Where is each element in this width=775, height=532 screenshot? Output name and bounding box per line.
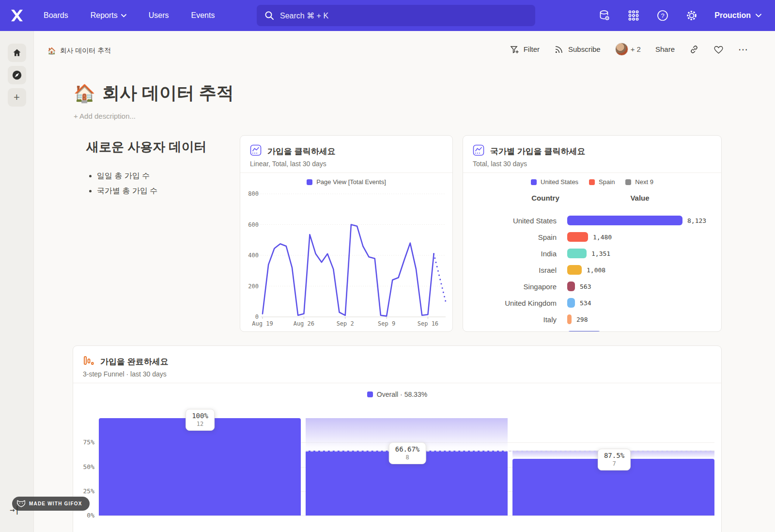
create-board-button[interactable]: + bbox=[8, 88, 26, 107]
plus-icon: + bbox=[14, 92, 20, 103]
previous-step-dashed-line bbox=[306, 451, 714, 452]
explore-button[interactable] bbox=[8, 66, 26, 84]
svg-text:Sep 16: Sep 16 bbox=[418, 320, 438, 327]
country-chart-card[interactable]: 국가별 가입을 클릭하세요 Total, last 30 days United… bbox=[463, 135, 722, 332]
search-placeholder: Search ⌘ + K bbox=[280, 11, 328, 20]
column-header-country: Country bbox=[512, 194, 579, 202]
legend-spain[interactable]: Spain bbox=[589, 178, 615, 186]
board-emoji: 🏠 bbox=[47, 47, 56, 55]
funnel-tooltip-step2: 66.67% 8 bbox=[389, 442, 426, 464]
funnel-chart-card[interactable]: 가입을 완료하세요 3-step Funnel · last 30 days O… bbox=[73, 345, 722, 532]
nav-item-users[interactable]: Users bbox=[149, 11, 169, 20]
legend-swatch bbox=[625, 179, 631, 185]
table-row[interactable]: United States 8,123 bbox=[463, 212, 721, 229]
more-options-button[interactable]: ⋯ bbox=[738, 47, 749, 52]
text-widget: 새로운 사용자 데이터 일일 총 가입 수 국가별 총 가입 수 bbox=[86, 139, 236, 201]
breadcrumb[interactable]: 🏠 회사 데이터 추적 bbox=[47, 47, 111, 55]
country-card-subtitle: Total, last 30 days bbox=[473, 160, 527, 168]
bar-israel bbox=[567, 265, 582, 275]
share-button[interactable]: Share bbox=[655, 45, 675, 53]
country-card-title: 국가별 가입을 클릭하세요 bbox=[490, 146, 585, 157]
search-icon bbox=[264, 11, 274, 20]
legend-swatch bbox=[531, 179, 537, 185]
left-sidebar: + bbox=[0, 31, 34, 532]
legend-swatch bbox=[307, 179, 312, 185]
column-header-value: Value bbox=[604, 194, 676, 202]
link-icon bbox=[689, 45, 699, 54]
home-button[interactable] bbox=[8, 44, 26, 62]
svg-text:600: 600 bbox=[248, 221, 259, 228]
svg-text:0: 0 bbox=[255, 313, 259, 320]
collaborator-count: + 2 bbox=[631, 45, 641, 53]
bar-united-kingdom bbox=[567, 298, 575, 308]
copy-link-button[interactable] bbox=[689, 45, 699, 54]
line-card-title: 가입을 클릭하세요 bbox=[267, 146, 336, 157]
line-card-subtitle: Linear, Total, last 30 days bbox=[250, 160, 326, 168]
compass-icon bbox=[12, 70, 22, 80]
table-row[interactable]: India 1,351 bbox=[463, 245, 721, 262]
bar-spain bbox=[567, 232, 588, 242]
add-description-button[interactable]: + Add description... bbox=[74, 112, 234, 120]
chevron-down-icon bbox=[121, 14, 126, 17]
svg-text:Sep 9: Sep 9 bbox=[378, 320, 395, 327]
bar-singapore bbox=[567, 282, 575, 291]
chevron-down-icon bbox=[756, 14, 761, 17]
text-widget-heading: 새로운 사용자 데이터 bbox=[86, 139, 236, 156]
help-icon[interactable]: ? bbox=[656, 9, 669, 22]
line-chart-plot[interactable]: 0200400600800Aug 19Aug 26Sep 2Sep 9Sep 1… bbox=[240, 188, 453, 331]
funnel-card-subtitle: 3-step Funnel · last 30 days bbox=[83, 370, 167, 378]
legend-next-9[interactable]: Next 9 bbox=[625, 178, 653, 186]
funnel-bar-step1[interactable] bbox=[99, 418, 301, 516]
page-title: 🏠 회사 데이터 추적 bbox=[74, 81, 234, 105]
filter-icon bbox=[510, 45, 519, 54]
table-row[interactable]: Singapore 563 bbox=[463, 278, 721, 295]
text-widget-bullet: 국가별 총 가입 수 bbox=[97, 186, 236, 196]
bar-united-states bbox=[567, 216, 682, 225]
table-row[interactable]: Israel 1,008 bbox=[463, 262, 721, 278]
gifox-badge: MADE WITH GIFOX bbox=[12, 497, 90, 511]
home-icon bbox=[12, 48, 22, 58]
svg-text:Sep 2: Sep 2 bbox=[337, 320, 354, 327]
svg-text:Aug 19: Aug 19 bbox=[252, 320, 273, 327]
heart-icon bbox=[713, 45, 724, 54]
legend-page-view[interactable]: Page View [Total Events] bbox=[307, 178, 386, 186]
table-row[interactable]: United Kingdom 534 bbox=[463, 295, 721, 311]
funnel-card-title: 가입을 완료하세요 bbox=[100, 356, 169, 367]
table-row[interactable]: Italy 298 bbox=[463, 311, 721, 328]
apps-grid-icon[interactable] bbox=[627, 9, 640, 22]
subscribe-button[interactable]: Subscribe bbox=[554, 45, 601, 54]
collapse-sidebar-icon[interactable]: →| bbox=[10, 505, 19, 515]
nav-item-reports[interactable]: Reports bbox=[91, 11, 126, 20]
data-management-icon[interactable] bbox=[598, 9, 611, 22]
rss-icon bbox=[554, 45, 564, 54]
collaborators[interactable]: + 2 bbox=[615, 43, 641, 56]
gifox-badge-label: MADE WITH GIFOX bbox=[29, 501, 82, 506]
legend-swatch bbox=[589, 179, 595, 185]
legend-swatch bbox=[367, 391, 373, 397]
search-input[interactable]: Search ⌘ + K bbox=[257, 5, 535, 26]
favorite-button[interactable] bbox=[713, 45, 724, 54]
nav-item-boards[interactable]: Boards bbox=[44, 11, 68, 20]
project-switcher[interactable]: Prouction bbox=[714, 11, 761, 20]
top-nav: Boards Reports Users Events Search ⌘ + K bbox=[0, 0, 775, 31]
svg-text:200: 200 bbox=[248, 283, 259, 290]
country-rows: United States 8,123 Spain 1,480 India 1,… bbox=[463, 212, 721, 328]
line-chart-icon bbox=[473, 144, 484, 156]
board-toolbar: Filter Subscribe + 2 Share ⋯ bbox=[510, 43, 749, 56]
table-row[interactable]: Spain 1,480 bbox=[463, 229, 721, 245]
bar-india bbox=[567, 249, 587, 258]
funnel-tooltip-step3: 87.5% 7 bbox=[598, 449, 631, 470]
legend-overall[interactable]: Overall · 58.33% bbox=[367, 391, 427, 398]
legend-united-states[interactable]: United States bbox=[531, 178, 578, 186]
svg-text:400: 400 bbox=[248, 252, 259, 259]
settings-gear-icon[interactable] bbox=[685, 9, 698, 22]
line-chart-card[interactable]: 가입을 클릭하세요 Linear, Total, last 30 days Pa… bbox=[240, 135, 453, 332]
mixpanel-logo-icon[interactable] bbox=[10, 8, 24, 23]
filter-button[interactable]: Filter bbox=[510, 45, 540, 54]
svg-text:?: ? bbox=[661, 12, 665, 19]
text-widget-bullet: 일일 총 가입 수 bbox=[97, 171, 236, 181]
funnel-chart-icon bbox=[83, 355, 94, 366]
nav-item-events[interactable]: Events bbox=[191, 11, 215, 20]
svg-text:Aug 26: Aug 26 bbox=[294, 320, 314, 327]
line-chart-icon bbox=[250, 144, 262, 156]
